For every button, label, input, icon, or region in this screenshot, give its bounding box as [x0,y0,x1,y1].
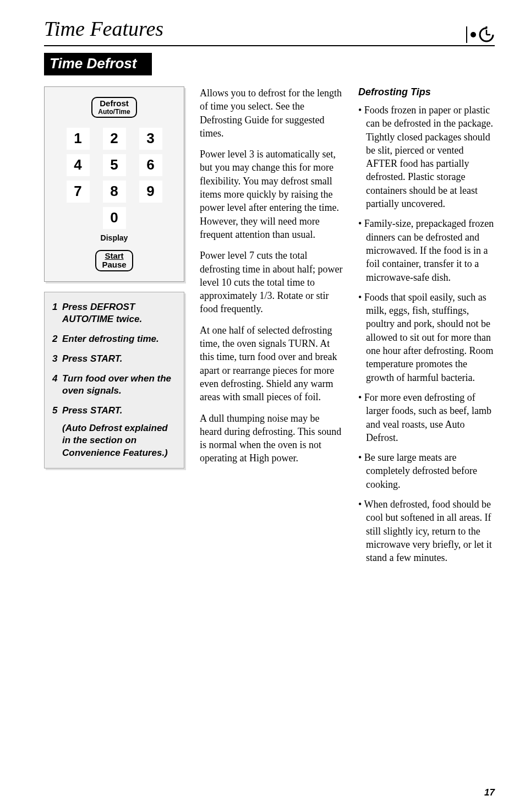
para-2: Power level 3 is automatically set, but … [200,148,343,241]
tip-6: When defrosted, food should be cool but … [358,498,495,564]
key-3: 3 [139,128,162,150]
defrost-label-bottom: Auto/Time [98,108,130,116]
keypad: 1 2 3 4 5 6 7 8 9 0 [52,128,176,229]
step-3: Press START. [62,353,123,365]
body-column: Allows you to defrost for the length of … [200,86,343,571]
key-0: 0 [103,207,126,229]
dot-icon [471,32,476,37]
tip-1: Foods frozen in paper or plastic can be … [358,103,495,210]
para-3: Power level 7 cuts the total defrosting … [200,249,343,315]
step-2: Enter defrosting time. [62,333,159,345]
tips-column: Defrosting Tips Foods frozen in paper or… [358,86,495,571]
start-button-diagram: Start Pause [95,250,133,271]
key-9: 9 [139,181,162,203]
page-title: Time Features [44,17,163,41]
tip-4: For more even defrosting of larger foods… [358,391,495,444]
key-8: 8 [103,181,126,203]
key-7: 7 [67,181,90,203]
steps-note: (Auto Defrost explained in the section o… [52,422,176,459]
timer-icon [478,26,495,43]
display-label: Display [52,233,176,242]
control-panel-diagram: Defrost Auto/Time 1 2 3 4 5 6 7 8 9 0 Di… [44,86,184,282]
title-row: Time Features [44,17,495,46]
para-5: A dull thumping noise may be heard durin… [200,412,343,465]
defrost-label-top: Defrost [98,99,130,108]
key-5: 5 [103,154,126,176]
header-icon-area [466,26,495,43]
steps-box: 1Press DEFROST AUTO/TIME twice. 2Enter d… [44,292,184,468]
key-4: 4 [67,154,90,176]
start-label-top: Start [102,252,126,261]
section-heading: Time Defrost [44,53,152,75]
page-number: 17 [484,787,495,798]
tip-3: Foods that spoil easily, such as milk, e… [358,291,495,384]
key-6: 6 [139,154,162,176]
para-4: At one half of selected defrosting time,… [200,324,343,404]
para-1: Allows you to defrost for the length of … [200,86,343,140]
tip-2: Family-size, prepackaged frozen dinners … [358,217,495,284]
key-1: 1 [67,128,90,150]
tips-heading: Defrosting Tips [358,86,495,98]
key-2: 2 [103,128,126,150]
defrost-button-diagram: Defrost Auto/Time [91,97,136,118]
step-4: Turn food over when the oven signals. [62,373,176,397]
start-label-bottom: Pause [102,260,126,270]
step-1: Press DEFROST AUTO/TIME twice. [62,301,176,325]
step-5: Press START. [62,405,123,417]
tip-5: Be sure large meats are completely defro… [358,451,495,491]
